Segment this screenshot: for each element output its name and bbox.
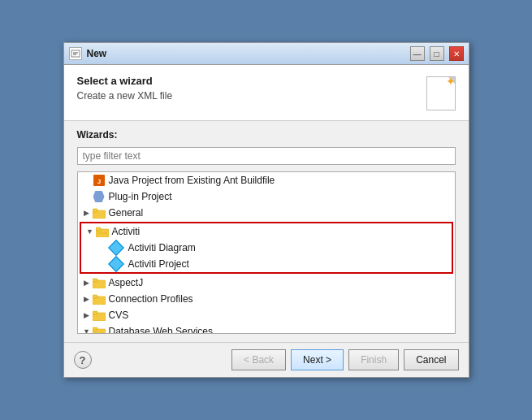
dialog-header-text: Select a wizard Create a new XML file xyxy=(77,75,173,102)
java-icon: J xyxy=(93,174,106,187)
diamond-icon xyxy=(112,258,125,271)
svg-rect-11 xyxy=(93,279,97,282)
header-icon: ✦ xyxy=(420,75,456,110)
dialog-header: Select a wizard Create a new XML file ✦ xyxy=(64,65,469,121)
sparkle-icon: ✦ xyxy=(446,75,456,88)
svg-rect-8 xyxy=(96,227,101,231)
expand-arrow: ▶ xyxy=(81,311,93,319)
tree-item-label: Activiti xyxy=(112,226,141,237)
expand-arrow: ▼ xyxy=(81,327,93,334)
wizard-tree[interactable]: J Java Project from Existing Ant Buildfi… xyxy=(77,171,456,334)
folder-open-icon xyxy=(96,225,109,238)
filter-input[interactable] xyxy=(77,147,456,165)
svg-rect-6 xyxy=(93,209,97,212)
close-button[interactable]: ✕ xyxy=(449,46,464,61)
list-item[interactable]: ▼ Activiti xyxy=(81,223,452,240)
folder-icon xyxy=(93,309,106,322)
expand-arrow: ▼ xyxy=(84,227,96,236)
expand-arrow: ▶ xyxy=(81,209,93,217)
svg-rect-17 xyxy=(93,327,97,331)
diamond-icon xyxy=(112,241,125,254)
finish-button[interactable]: Finish xyxy=(348,349,399,370)
tree-item-label: Java Project from Existing Ant Buildfile xyxy=(109,175,275,186)
expand-arrow: ▶ xyxy=(81,279,93,287)
expand-arrow: ▶ xyxy=(81,295,93,303)
list-item[interactable]: J Java Project from Existing Ant Buildfi… xyxy=(78,172,455,188)
next-button[interactable]: Next > xyxy=(291,349,344,370)
tree-item-label: Plug-in Project xyxy=(109,191,172,202)
tree-item-label: AspectJ xyxy=(109,277,144,288)
help-button[interactable]: ? xyxy=(74,351,92,369)
svg-rect-15 xyxy=(93,311,97,314)
folder-icon xyxy=(93,276,106,289)
back-button[interactable]: < Back xyxy=(231,349,286,370)
folder-icon xyxy=(93,206,106,219)
activiti-section: ▼ Activiti Ac xyxy=(80,222,453,274)
cancel-button[interactable]: Cancel xyxy=(404,349,458,370)
dialog-icon xyxy=(69,47,82,60)
svg-text:J: J xyxy=(97,178,100,185)
tree-item-label: Database Web Services xyxy=(109,326,214,334)
dialog-footer: ? < Back Next > Finish Cancel xyxy=(64,342,469,377)
tree-item-label: Activiti Diagram xyxy=(128,242,196,253)
tree-item-label: CVS xyxy=(109,310,129,321)
tree-item-label: Connection Profiles xyxy=(109,293,193,305)
new-wizard-dialog: New — □ ✕ Select a wizard Create a new X… xyxy=(63,42,469,378)
tree-item-label: Activiti Project xyxy=(128,258,189,270)
folder-open-icon xyxy=(93,325,106,334)
svg-rect-13 xyxy=(93,295,97,298)
dialog-title: New xyxy=(87,48,405,59)
maximize-button[interactable]: □ xyxy=(430,46,444,61)
list-item[interactable]: Activiti Diagram xyxy=(81,240,452,256)
wizards-label: Wizards: xyxy=(77,129,456,141)
dialog-titlebar: New — □ ✕ xyxy=(64,43,469,65)
tree-item-label: General xyxy=(109,207,144,219)
list-item[interactable]: ▶ General xyxy=(78,205,455,221)
folder-icon xyxy=(93,292,106,305)
minimize-button[interactable]: — xyxy=(410,46,425,61)
svg-rect-0 xyxy=(71,50,80,57)
list-item[interactable]: ▶ AspectJ xyxy=(78,275,455,291)
footer-buttons: < Back Next > Finish Cancel xyxy=(231,349,458,370)
list-item[interactable]: Activiti Project xyxy=(81,256,452,272)
list-item[interactable]: ▼ Database Web Services xyxy=(78,323,455,334)
plugin-icon xyxy=(93,190,106,203)
dialog-subtext: Create a new XML file xyxy=(77,90,173,102)
dialog-heading: Select a wizard xyxy=(77,75,173,87)
dialog-body: Wizards: J Java Project from Existing An… xyxy=(64,121,469,342)
list-item[interactable]: Plug-in Project xyxy=(78,188,455,205)
list-item[interactable]: ▶ CVS xyxy=(78,307,455,323)
list-item[interactable]: ▶ Connection Profiles xyxy=(78,291,455,307)
